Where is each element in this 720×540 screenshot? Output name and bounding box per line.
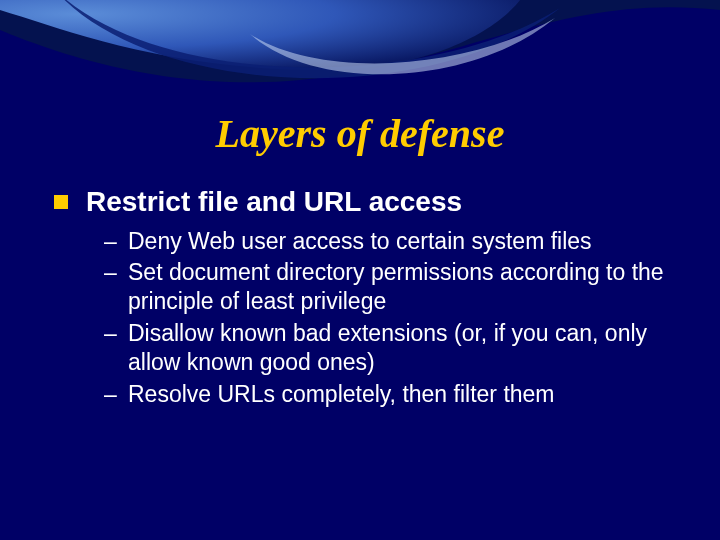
- list-item: – Resolve URLs completely, then filter t…: [104, 380, 670, 409]
- dash-icon: –: [104, 380, 118, 409]
- level1-heading: Restrict file and URL access: [86, 185, 462, 219]
- list-item: – Disallow known bad extensions (or, if …: [104, 319, 670, 378]
- dash-icon: –: [104, 227, 118, 256]
- list-item: – Deny Web user access to certain system…: [104, 227, 670, 256]
- dash-icon: –: [104, 258, 118, 287]
- dash-icon: –: [104, 319, 118, 348]
- slide-title: Layers of defense: [0, 110, 720, 157]
- list-item: – Set document directory permissions acc…: [104, 258, 670, 317]
- bullet-level2-list: – Deny Web user access to certain system…: [104, 227, 670, 410]
- list-item-text: Resolve URLs completely, then filter the…: [128, 380, 670, 409]
- square-bullet-icon: [54, 195, 68, 209]
- list-item-text: Set document directory permissions accor…: [128, 258, 670, 317]
- slide-content: Layers of defense Restrict file and URL …: [0, 0, 720, 409]
- list-item-text: Disallow known bad extensions (or, if yo…: [128, 319, 670, 378]
- bullet-level1: Restrict file and URL access: [54, 185, 680, 219]
- list-item-text: Deny Web user access to certain system f…: [128, 227, 670, 256]
